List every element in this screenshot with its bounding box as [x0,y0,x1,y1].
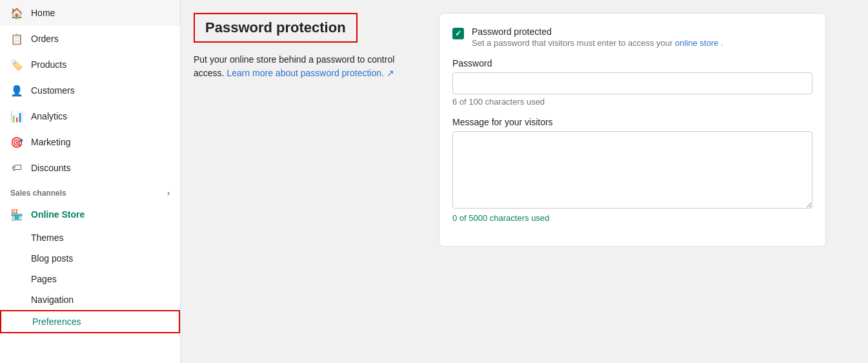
right-panel: Password protected Set a password that v… [426,0,868,363]
password-protected-checkbox[interactable] [452,28,464,39]
orders-icon: 📋 [10,32,23,45]
external-link-icon: ↗ [387,68,394,78]
password-label: Password [452,58,812,68]
sidebar-item-blog-posts[interactable]: Blog posts [0,248,180,269]
password-field-group: Password 6 of 100 characters used [452,58,812,107]
home-icon: 🏠 [10,6,23,19]
message-textarea[interactable] [452,131,812,209]
password-input[interactable] [452,72,812,94]
password-char-count: 6 of 100 characters used [452,97,812,107]
sidebar-item-navigation[interactable]: Navigation [0,289,180,310]
sidebar-item-analytics[interactable]: 📊 Analytics [0,103,180,129]
sidebar: 🏠 Home 📋 Orders 🏷️ Products 👤 Customers … [0,0,181,363]
page-title-box: Password protection [194,13,358,43]
checkbox-sublabel: Set a password that visitors must enter … [472,38,723,48]
page-title: Password protection [205,19,346,36]
sidebar-item-discounts[interactable]: 🏷 Discounts [0,155,180,181]
checkbox-label: Password protected [472,26,723,37]
main-content: Password protection Put your online stor… [181,0,868,363]
sidebar-item-online-store[interactable]: 🏪 Online Store [0,202,180,227]
sidebar-item-home[interactable]: 🏠 Home [0,0,180,26]
password-protected-row: Password protected Set a password that v… [452,26,812,48]
message-label: Message for your visitors [452,117,812,127]
sidebar-item-preferences[interactable]: Preferences [0,310,180,333]
chevron-right-icon: › [167,189,170,198]
sidebar-item-orders[interactable]: 📋 Orders [0,26,180,52]
customers-icon: 👤 [10,84,23,97]
sidebar-item-pages[interactable]: Pages [0,269,180,289]
marketing-icon: 🎯 [10,136,23,149]
learn-more-link[interactable]: Learn more about password protection. ↗ [227,68,394,78]
products-icon: 🏷️ [10,58,23,71]
online-store-icon: 🏪 [10,208,23,221]
sales-channels-header: Sales channels › [0,181,180,202]
message-char-count: 0 of 5000 characters used [452,213,812,223]
left-panel: Password protection Put your online stor… [181,0,426,363]
online-store-link[interactable]: online store [675,38,721,48]
sidebar-item-themes[interactable]: Themes [0,227,180,248]
sidebar-item-products[interactable]: 🏷️ Products [0,52,180,78]
sidebar-item-marketing[interactable]: 🎯 Marketing [0,129,180,155]
password-card: Password protected Set a password that v… [439,13,826,247]
discounts-icon: 🏷 [10,161,23,174]
page-description: Put your online store behind a password … [194,53,400,80]
password-protected-label-group: Password protected Set a password that v… [472,26,723,48]
analytics-icon: 📊 [10,110,23,123]
message-field-group: Message for your visitors 0 of 5000 char… [452,117,812,223]
sidebar-item-customers[interactable]: 👤 Customers [0,78,180,103]
